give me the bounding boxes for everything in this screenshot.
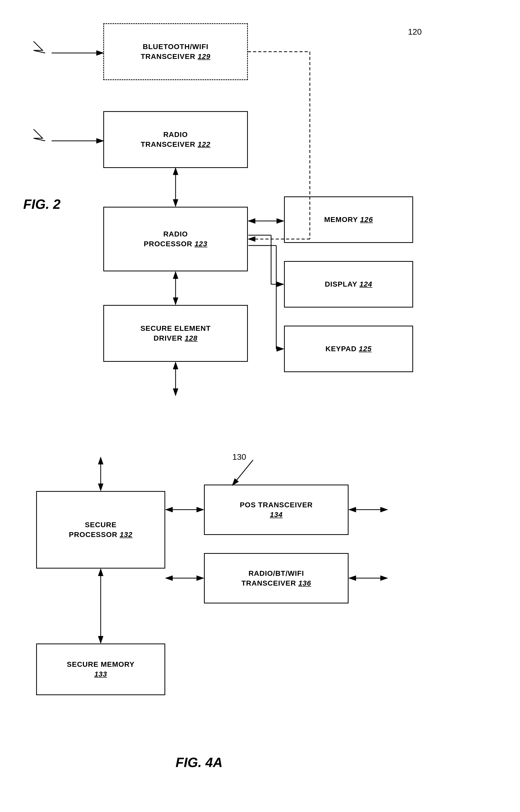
radio-processor-label: RADIOPROCESSOR 123 xyxy=(144,229,207,249)
keypad-box: KEYPAD 125 xyxy=(284,326,413,372)
radio-processor-box: RADIOPROCESSOR 123 xyxy=(103,207,248,271)
secure-element-box: SECURE ELEMENTDRIVER 128 xyxy=(103,305,248,362)
radio-transceiver-box: RADIOTRANSCEIVER 122 xyxy=(103,111,248,168)
memory-box: MEMORY 126 xyxy=(284,196,413,243)
secure-processor-label: SECUREPROCESSOR 132 xyxy=(69,520,132,540)
display-box: DISPLAY 124 xyxy=(284,261,413,307)
fig2-number: 120 xyxy=(408,27,422,37)
secure-memory-label: SECURE MEMORY133 xyxy=(67,660,134,679)
radio-bt-wifi-box: RADIO/BT/WIFITRANSCEIVER 136 xyxy=(204,553,348,604)
secure-processor-box: SECUREPROCESSOR 132 xyxy=(36,491,165,569)
bluetooth-transceiver-label: BLUETOOTH/WIFITRANSCEIVER 129 xyxy=(141,42,210,61)
pos-transceiver-box: POS TRANSCEIVER134 xyxy=(204,485,348,535)
memory-label: MEMORY 126 xyxy=(324,215,373,225)
radio-bt-wifi-label: RADIO/BT/WIFITRANSCEIVER 136 xyxy=(241,569,311,588)
fig2-label: FIG. 2 xyxy=(23,196,60,212)
fig4a-number: 130 xyxy=(232,452,246,462)
keypad-label: KEYPAD 125 xyxy=(325,344,371,354)
display-label: DISPLAY 124 xyxy=(325,279,372,289)
fig4a-label: FIG. 4A xyxy=(176,755,223,770)
pos-transceiver-label: POS TRANSCEIVER134 xyxy=(240,500,313,520)
secure-memory-box: SECURE MEMORY133 xyxy=(36,643,165,695)
radio-transceiver-label: RADIOTRANSCEIVER 122 xyxy=(141,130,210,149)
secure-element-label: SECURE ELEMENTDRIVER 128 xyxy=(140,324,211,343)
bluetooth-transceiver-box: BLUETOOTH/WIFITRANSCEIVER 129 xyxy=(103,23,248,80)
svg-line-19 xyxy=(232,460,253,485)
